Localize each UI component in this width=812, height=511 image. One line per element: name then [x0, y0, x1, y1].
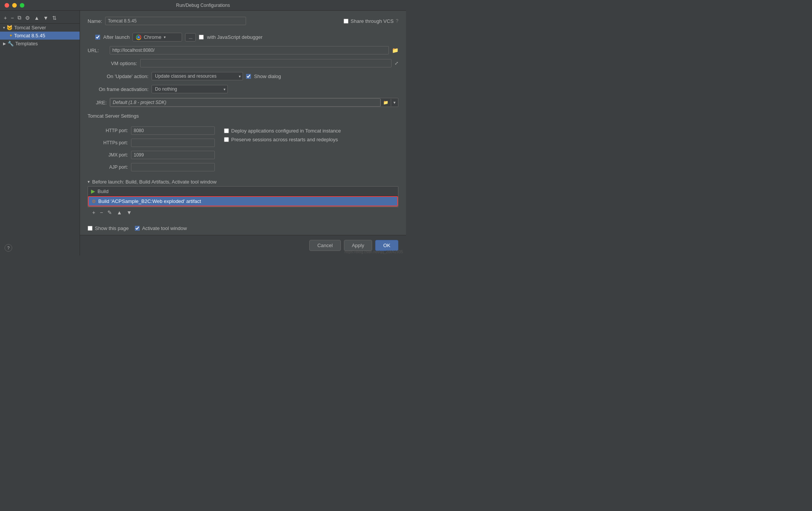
- vm-options-label: VM options:: [88, 61, 137, 66]
- url-row: URL: 📁: [88, 46, 398, 54]
- js-debugger-checkbox[interactable]: [199, 35, 204, 40]
- url-folder-button[interactable]: 📁: [392, 47, 398, 53]
- main-layout: + − ⧉ ⚙ ▲ ▼ ⇅ ▾ 🐱 Tomcat Server ✦ Tomcat…: [0, 11, 406, 256]
- expand-icon: ▾: [3, 26, 5, 30]
- artifact-item[interactable]: ⚙ Build 'ACPSample_B2C:Web exploded' art…: [88, 196, 398, 206]
- name-label: Name:: [88, 18, 102, 24]
- watermark: https://blog.csdn.net/qq_20042935: [345, 250, 403, 254]
- vm-options-input[interactable]: [140, 59, 392, 67]
- close-button[interactable]: [5, 3, 9, 8]
- jmx-port-input[interactable]: [131, 151, 215, 159]
- url-label: URL:: [88, 48, 107, 53]
- preserve-checkbox[interactable]: [224, 137, 229, 142]
- preserve-label: Preserve sessions across restarts and re…: [231, 137, 338, 142]
- expand-icon: ▶: [3, 42, 6, 46]
- before-launch-title: Before launch: Build, Build Artifacts, A…: [92, 179, 217, 185]
- title-bar: Run/Debug Configurations: [0, 0, 406, 11]
- activate-tool-checkbox[interactable]: [135, 226, 140, 231]
- before-launch-chevron: ▾: [88, 179, 90, 184]
- artifact-label: Build 'ACPSample_B2C:Web exploded' artif…: [98, 198, 201, 204]
- ok-button[interactable]: OK: [375, 240, 398, 251]
- https-port-row: HTTPs port:: [94, 139, 215, 147]
- sidebar-item-label: Tomcat Server: [14, 25, 46, 30]
- sort-button[interactable]: ⇅: [51, 14, 58, 22]
- template-icon: 🔧: [8, 41, 14, 46]
- update-action-wrapper: Update classes and resources: [152, 72, 243, 80]
- show-page-label: Show this page: [95, 225, 129, 231]
- jre-label: JRE:: [88, 100, 107, 105]
- content-area: Name: Share through VCS ? After launch C…: [80, 11, 406, 235]
- share-help-icon: ?: [396, 18, 398, 24]
- show-dialog-checkbox[interactable]: [246, 74, 251, 79]
- name-row: Name: Share through VCS ?: [88, 17, 398, 25]
- copy-config-button[interactable]: ⧉: [17, 14, 22, 22]
- url-input[interactable]: [110, 46, 389, 54]
- http-port-label: HTTP port:: [94, 128, 128, 133]
- before-launch-toolbar: + − ✎ ▲ ▼: [88, 207, 398, 218]
- preserve-checkbox-row: Preserve sessions across restarts and re…: [224, 137, 341, 142]
- ajp-port-input[interactable]: [131, 163, 215, 171]
- sidebar-item-templates[interactable]: ▶ 🔧 Templates: [0, 40, 80, 48]
- bottom-options: Show this page Activate tool window: [88, 225, 398, 231]
- before-launch-remove-button[interactable]: −: [98, 209, 104, 216]
- build-label: Build: [98, 188, 109, 194]
- sidebar: + − ⧉ ⚙ ▲ ▼ ⇅ ▾ 🐱 Tomcat Server ✦ Tomcat…: [0, 11, 80, 256]
- share-vcs-label: Share through VCS: [351, 18, 394, 24]
- jre-folder-button[interactable]: 📁: [380, 99, 391, 106]
- http-port-row: HTTP port:: [94, 126, 215, 135]
- browser-name: Chrome: [144, 34, 161, 40]
- activate-tool-label: Activate tool window: [142, 225, 187, 231]
- https-port-label: HTTPs port:: [94, 140, 128, 145]
- share-row: Share through VCS ?: [344, 18, 398, 24]
- frame-deactivation-row: On frame deactivation: Do nothing: [88, 85, 398, 93]
- build-item[interactable]: ▶ Build: [88, 187, 398, 196]
- name-input[interactable]: [105, 17, 246, 25]
- remove-config-button[interactable]: −: [10, 14, 14, 22]
- jre-row: JRE: 📁 ▾: [88, 98, 398, 107]
- update-action-label: On 'Update' action:: [88, 73, 149, 79]
- show-page-checkbox[interactable]: [88, 226, 93, 231]
- tomcat-settings-title: Tomcat Server Settings: [88, 113, 398, 119]
- move-down-button[interactable]: ▼: [42, 14, 49, 22]
- ajp-port-row: AJP port:: [94, 163, 215, 171]
- before-launch-add-button[interactable]: +: [91, 209, 97, 216]
- chrome-icon: [136, 35, 141, 40]
- sidebar-item-tomcat-server[interactable]: ▾ 🐱 Tomcat Server: [0, 24, 80, 32]
- before-launch-down-button[interactable]: ▼: [125, 209, 133, 216]
- cancel-button[interactable]: Cancel: [309, 240, 340, 251]
- help-button[interactable]: ?: [5, 244, 12, 252]
- sidebar-item-label: Tomcat 8.5.45: [14, 33, 45, 38]
- frame-deactivation-select[interactable]: Do nothing: [152, 85, 228, 93]
- https-port-input[interactable]: [131, 139, 215, 147]
- apply-button[interactable]: Apply: [344, 240, 372, 251]
- jre-input[interactable]: [110, 98, 380, 107]
- port-column-left: HTTP port: HTTPs port: JMX port: AJP por…: [94, 126, 215, 171]
- update-action-select[interactable]: Update classes and resources: [152, 72, 243, 80]
- move-up-button[interactable]: ▲: [33, 14, 40, 22]
- maximize-button[interactable]: [20, 3, 24, 8]
- js-debugger-label: with JavaScript debugger: [207, 34, 262, 40]
- http-port-input[interactable]: [131, 126, 215, 135]
- before-launch-up-button[interactable]: ▲: [115, 209, 123, 216]
- vm-options-row: VM options: ⤢: [88, 59, 398, 67]
- vm-expand-button[interactable]: ⤢: [395, 61, 398, 66]
- after-launch-label: After launch: [103, 34, 129, 40]
- browser-settings-button[interactable]: ...: [185, 33, 196, 42]
- jmx-port-row: JMX port:: [94, 151, 215, 159]
- after-launch-checkbox[interactable]: [95, 35, 100, 40]
- settings-config-button[interactable]: ⚙: [24, 14, 31, 22]
- tomcat-config-icon: ✦: [9, 33, 13, 38]
- activate-tool-row: Activate tool window: [135, 225, 187, 231]
- sidebar-toolbar: + − ⧉ ⚙ ▲ ▼ ⇅: [0, 12, 80, 24]
- sidebar-item-label: Templates: [15, 41, 38, 46]
- sidebar-content: ▾ 🐱 Tomcat Server ✦ Tomcat 8.5.45 ▶ 🔧 Te…: [0, 24, 80, 254]
- browser-select[interactable]: Chrome ▾: [133, 33, 182, 42]
- add-config-button[interactable]: +: [3, 14, 8, 22]
- before-launch-edit-button[interactable]: ✎: [106, 209, 113, 216]
- build-icon: ▶: [91, 188, 95, 194]
- share-vcs-checkbox[interactable]: [344, 19, 348, 24]
- deploy-checkbox[interactable]: [224, 128, 229, 133]
- sidebar-item-tomcat-config[interactable]: ✦ Tomcat 8.5.45: [0, 32, 80, 40]
- minimize-button[interactable]: [12, 3, 17, 8]
- jre-dropdown-button[interactable]: ▾: [391, 99, 398, 106]
